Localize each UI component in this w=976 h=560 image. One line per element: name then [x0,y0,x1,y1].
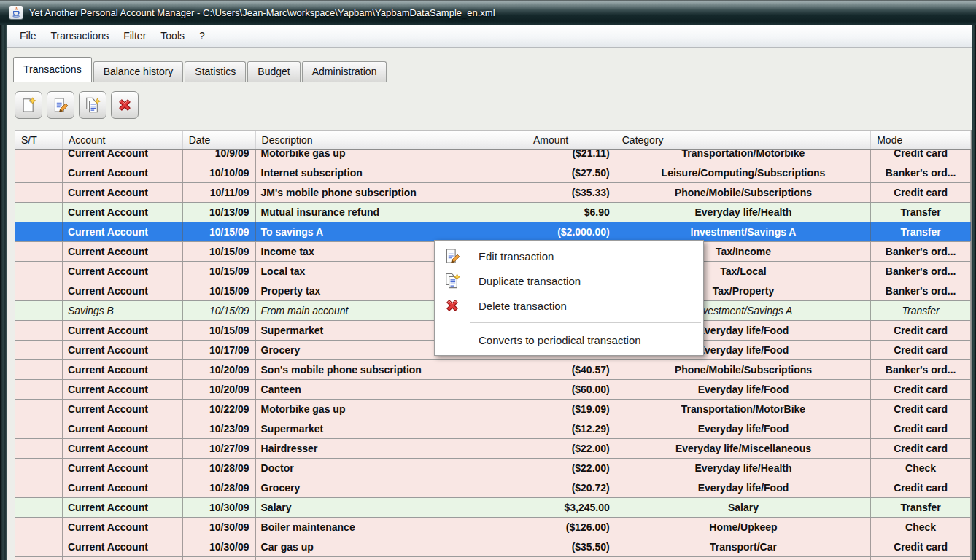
column-header-amount[interactable]: Amount [527,131,616,149]
context-menu-icon-slot [435,273,470,289]
menu-transactions[interactable]: Transactions [44,25,117,47]
table-row[interactable]: Current Account10/11/09JM's mobile phone… [15,183,971,203]
cell-description: Canteen [256,380,527,399]
column-header-st[interactable]: S/T [15,131,63,149]
cell-st [15,537,63,556]
table-row[interactable]: Current Account10/22/09Motorbike gas up(… [15,400,971,419]
table-row[interactable]: Current Account10/20/09Canteen($60.00)Ev… [15,380,971,400]
cell-category: Investment/Savings A [616,222,871,241]
table-row[interactable]: Current Account10/27/09Hairdresser($22.0… [15,439,971,459]
cell-amount: ($27.50) [527,163,616,182]
table-row[interactable]: Current Account10/13/09Mutual insurance … [15,203,971,222]
cell-account: Current Account [63,281,183,300]
cell-mode: Banker's ord... [871,163,971,182]
cell-description: To savings A [256,222,527,241]
table-row[interactable]: Current Account10/30/09Grocery($19.72)Ev… [15,557,971,560]
cell-account: Current Account [63,537,183,556]
cell-date: 10/28/09 [183,459,256,478]
cell-description: JM's mobile phone subscription [256,183,527,202]
cell-date: 10/11/09 [183,183,256,202]
cell-description: Car gas up [256,537,527,556]
cell-mode: Transfer [871,498,971,517]
cell-description: Motorbike gas up [256,400,527,419]
cell-category: Phone/Mobile/Subscriptions [616,183,871,202]
table-row[interactable]: Current Account10/30/09Salary$3,245.00Sa… [15,498,971,518]
cell-category: Transportation/Motorbike [616,150,871,163]
table-row[interactable]: Current Account10/30/09Boiler maintenanc… [15,518,971,537]
cell-amount: ($126.00) [527,518,616,537]
context-menu-item-label: Delete transaction [470,300,567,312]
cell-description: Grocery [256,557,527,560]
delete-transaction-button[interactable] [111,91,139,119]
title-bar[interactable]: Yet Another Personal Account Manager - C… [0,0,976,25]
table-row[interactable]: Current Account10/28/09Doctor($22.00)Eve… [15,459,971,478]
column-header-category[interactable]: Category [616,131,871,149]
column-header-description[interactable]: Description [256,131,527,149]
context-menu-item-delete-transaction[interactable]: Delete transaction [435,293,703,318]
table-row[interactable]: Current Account10/23/09Supermarket($12.2… [15,419,971,439]
table-row[interactable]: Current Account10/28/09Grocery($20.72)Ev… [15,478,971,498]
cell-category: Home/Upkeep [616,518,871,537]
table-row[interactable]: Current Account10/9/09Motorbike gas up($… [15,150,971,163]
cell-amount: ($40.57) [527,360,616,379]
cell-amount: $3,245.00 [527,498,616,517]
cell-st [15,163,63,182]
context-menu-item-converts-to-periodical-transaction[interactable]: Converts to periodical transaction [435,327,703,352]
cell-description: Motorbike gas up [256,150,527,163]
cell-mode: Credit card [871,400,971,419]
cell-account: Current Account [63,380,183,399]
column-header-mode[interactable]: Mode [871,131,971,149]
cell-st [15,498,63,517]
cell-st [15,360,63,379]
tab-balance-history[interactable]: Balance history [93,61,184,82]
cell-account: Current Account [63,183,183,202]
new-transaction-button[interactable] [15,91,42,119]
cell-amount: ($20.72) [527,478,616,497]
cell-description: Son's mobile phone subscription [256,360,527,379]
cell-st [15,439,63,458]
cell-mode: Credit card [871,557,971,560]
table-row[interactable]: Current Account10/20/09Son's mobile phon… [15,360,971,380]
table-row[interactable]: Current Account10/30/09Car gas up($35.50… [15,537,971,557]
duplicate-transaction-button[interactable] [79,91,106,119]
table-row[interactable]: Current Account10/15/09To savings A($2.0… [15,222,971,242]
tab-budget[interactable]: Budget [247,61,300,82]
cell-st [15,380,63,399]
cell-date: 10/13/09 [183,203,256,222]
cell-amount: ($19.09) [527,400,616,419]
menu-file[interactable]: File [12,25,44,47]
cell-description: Supermarket [256,419,527,438]
cell-amount: ($21.11) [527,150,616,163]
menu-filter[interactable]: Filter [116,25,153,47]
context-menu-item-label: Duplicate transaction [470,275,581,287]
context-menu-item-label: Edit transaction [470,250,554,262]
cell-date: 10/20/09 [183,360,256,379]
menu-tools[interactable]: Tools [153,25,192,47]
context-menu-item-edit-transaction[interactable]: Edit transaction [435,244,703,268]
cell-amount: ($35.33) [527,183,616,202]
cell-account: Current Account [63,163,183,182]
cell-mode: Banker's ord... [871,360,971,379]
duplicate-document-icon [444,273,460,289]
cell-st [15,557,63,560]
cell-description: Mutual insurance refund [256,203,527,222]
cell-mode: Banker's ord... [871,242,971,261]
tab-administration[interactable]: Administration [302,61,387,82]
tab-statistics[interactable]: Statistics [185,61,246,82]
cell-st [15,222,63,241]
cell-category: Everyday life/Health [616,459,871,478]
cell-st [15,203,63,222]
cell-st [15,341,63,359]
cell-description: Internet subscription [256,163,527,182]
table-row[interactable]: Current Account10/10/09Internet subscrip… [15,163,971,183]
menu-bar: FileTransactionsFilterTools? [7,25,972,48]
column-header-date[interactable]: Date [183,131,256,149]
context-menu-item-duplicate-transaction[interactable]: Duplicate transaction [435,268,703,293]
window-frame-left [0,25,7,560]
tab-transactions[interactable]: Transactions [13,57,92,82]
cell-amount: ($19.72) [527,557,616,560]
menu-[interactable]: ? [192,25,212,47]
column-header-account[interactable]: Account [63,131,183,149]
toolbar [15,91,139,119]
edit-transaction-button[interactable] [47,91,74,119]
